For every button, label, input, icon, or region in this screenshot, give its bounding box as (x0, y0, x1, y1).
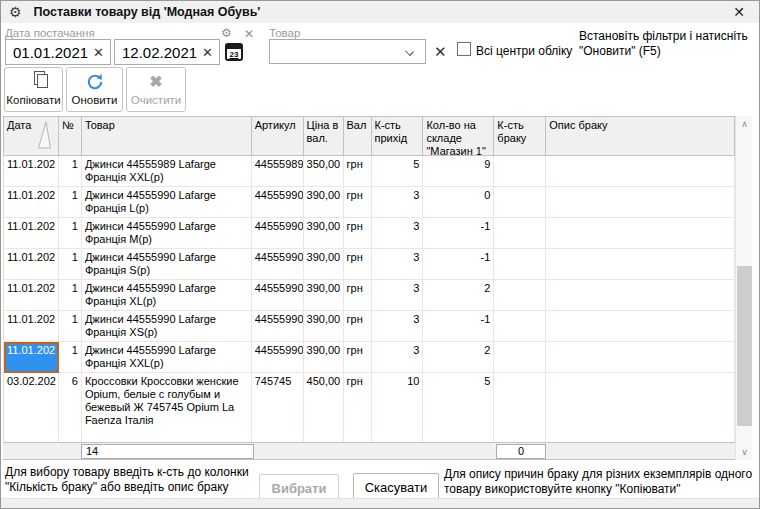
table-cell-price[interactable]: 350,00 (304, 156, 344, 187)
table-cell-defect_desc[interactable] (546, 311, 735, 342)
table-cell-article[interactable]: 44555990 (252, 249, 304, 280)
table-cell-defect_desc[interactable] (546, 156, 735, 187)
table-cell-product[interactable]: Джинси 44555989 Lafarge Франція XXL(р) (82, 156, 252, 187)
column-header-defect_qty[interactable]: К-сть браку (494, 117, 546, 156)
table-cell-product[interactable]: Джинси 44555990 Lafarge Франція L(р) (82, 187, 252, 218)
table-cell-article[interactable]: 44555990 (252, 218, 304, 249)
table-cell-defect_desc[interactable] (546, 342, 735, 373)
table-cell-defect_qty[interactable] (494, 156, 546, 187)
date-from-clear-icon[interactable]: ✕ (93, 45, 104, 60)
table-cell-currency[interactable]: грн (344, 187, 372, 218)
table-cell-stock[interactable]: -1 (423, 311, 494, 342)
table-cell-article[interactable]: 44555989 (252, 156, 304, 187)
table-cell-product[interactable]: Джинси 44555990 Lafarge Франція XS(р) (82, 311, 252, 342)
table-cell-num[interactable]: 1 (59, 187, 82, 218)
table-cell-defect_qty[interactable] (494, 187, 546, 218)
scroll-up-icon[interactable]: ∧ (736, 116, 753, 132)
date-to-field[interactable]: 12.02.2021 ✕ (114, 39, 220, 65)
table-cell-article[interactable]: 44555990 (252, 311, 304, 342)
column-header-price[interactable]: Ціна в вал. (304, 117, 344, 156)
table-cell-date[interactable]: 03.02.202 (4, 373, 59, 442)
table-cell-date[interactable]: 11.01.202 (4, 280, 59, 311)
table-cell-date[interactable]: 11.01.202 (4, 311, 59, 342)
table-cell-stock[interactable]: -1 (423, 249, 494, 280)
scroll-down-icon[interactable]: ∨ (736, 444, 753, 460)
table-cell-stock[interactable]: 2 (423, 280, 494, 311)
table-cell-defect_qty[interactable] (494, 342, 546, 373)
table-cell-qty_in[interactable]: 3 (372, 342, 424, 373)
table-cell-price[interactable]: 390,00 (304, 280, 344, 311)
refresh-button[interactable]: Оновити (66, 67, 123, 112)
clear-button[interactable]: ✖ Очистити (126, 67, 186, 112)
column-header-stock[interactable]: Кол-во на складе "Магазин 1" (423, 117, 494, 156)
table-cell-num[interactable]: 1 (59, 218, 82, 249)
table-cell-price[interactable]: 390,00 (304, 311, 344, 342)
table-cell-defect_desc[interactable] (546, 218, 735, 249)
table-cell-qty_in[interactable]: 3 (372, 249, 424, 280)
table-cell-qty_in[interactable]: 3 (372, 280, 424, 311)
table-cell-defect_qty[interactable] (494, 280, 546, 311)
product-clear-icon[interactable]: ✕ (434, 43, 447, 61)
close-button[interactable]: ✕ (729, 3, 749, 21)
table-cell-defect_qty[interactable] (494, 218, 546, 249)
table-cell-date[interactable]: 11.01.202 (4, 342, 59, 373)
table-cell-qty_in[interactable]: 3 (372, 218, 424, 249)
column-header-article[interactable]: Артикул (252, 117, 304, 156)
column-header-defect_desc[interactable]: Опис браку (546, 117, 735, 156)
table-cell-stock[interactable]: 9 (423, 156, 494, 187)
product-combobox[interactable] (269, 39, 426, 64)
table-cell-date[interactable]: 11.01.202 (4, 249, 59, 280)
table-cell-product[interactable]: Джинси 44555990 Lafarge Франція S(р) (82, 249, 252, 280)
table-cell-defect_desc[interactable] (546, 187, 735, 218)
copy-button[interactable]: Копіювати (4, 67, 63, 112)
cancel-button[interactable]: Скасувати (353, 473, 439, 501)
table-cell-price[interactable]: 450,00 (304, 373, 344, 442)
table-cell-qty_in[interactable]: 3 (372, 187, 424, 218)
table-cell-article[interactable]: 44555990 (252, 280, 304, 311)
table-cell-defect_desc[interactable] (546, 373, 735, 442)
table-cell-stock[interactable]: 5 (423, 373, 494, 442)
table-cell-qty_in[interactable]: 3 (372, 311, 424, 342)
filter-clear-icon[interactable]: ✕ (244, 27, 254, 41)
table-cell-price[interactable]: 390,00 (304, 187, 344, 218)
filter-gear-icon[interactable]: ⚙ (221, 26, 232, 40)
table-cell-product[interactable]: Кроссовки Кроссовки женские Opium, белые… (82, 373, 252, 442)
table-cell-product[interactable]: Джинси 44555990 Lafarge Франція XL(р) (82, 280, 252, 311)
table-cell-date[interactable]: 11.01.202 (4, 156, 59, 187)
table-cell-currency[interactable]: грн (344, 280, 372, 311)
table-cell-num[interactable]: 1 (59, 311, 82, 342)
column-header-num[interactable]: № (59, 117, 82, 156)
table-cell-currency[interactable]: грн (344, 342, 372, 373)
table-cell-num[interactable]: 6 (59, 373, 82, 442)
table-cell-num[interactable]: 1 (59, 156, 82, 187)
table-cell-product[interactable]: Джинси 44555990 Lafarge Франція XXL(р) (82, 342, 252, 373)
table-cell-num[interactable]: 1 (59, 342, 82, 373)
table-cell-article[interactable]: 745745 (252, 373, 304, 442)
table-cell-qty_in[interactable]: 5 (372, 156, 424, 187)
table-cell-article[interactable]: 44555990 (252, 342, 304, 373)
column-header-date[interactable]: Дата (4, 117, 59, 156)
column-header-product[interactable]: Товар (82, 117, 252, 156)
table-cell-currency[interactable]: грн (344, 373, 372, 442)
table-cell-currency[interactable]: грн (344, 311, 372, 342)
table-cell-defect_desc[interactable] (546, 280, 735, 311)
table-cell-qty_in[interactable]: 10 (372, 373, 424, 442)
table-cell-product[interactable]: Джинси 44555990 Lafarge Франція M(р) (82, 218, 252, 249)
table-cell-currency[interactable]: грн (344, 218, 372, 249)
table-cell-defect_qty[interactable] (494, 249, 546, 280)
calendar-icon[interactable]: 23 (225, 43, 243, 61)
table-cell-price[interactable]: 390,00 (304, 249, 344, 280)
table-cell-article[interactable]: 44555990 (252, 187, 304, 218)
column-header-currency[interactable]: Вал (344, 117, 372, 156)
table-cell-date[interactable]: 11.01.202 (4, 218, 59, 249)
table-cell-currency[interactable]: грн (344, 156, 372, 187)
table-cell-stock[interactable]: 2 (423, 342, 494, 373)
date-from-field[interactable]: 01.01.2021 ✕ (5, 39, 111, 65)
all-centers-checkbox[interactable] (457, 42, 471, 56)
table-cell-defect_qty[interactable] (494, 311, 546, 342)
table-cell-num[interactable]: 1 (59, 249, 82, 280)
table-cell-defect_desc[interactable] (546, 249, 735, 280)
table-cell-stock[interactable]: 0 (423, 187, 494, 218)
table-cell-currency[interactable]: грн (344, 249, 372, 280)
table-cell-price[interactable]: 390,00 (304, 218, 344, 249)
